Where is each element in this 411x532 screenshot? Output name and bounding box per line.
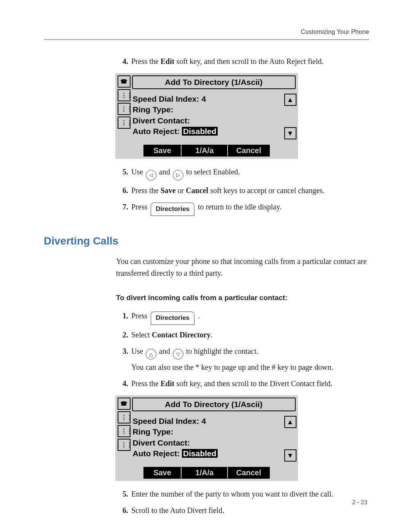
scroll-down-icon: ▼ (284, 127, 296, 139)
text: and (159, 168, 172, 176)
step-body: Press the Edit soft key, and then scroll… (131, 55, 369, 68)
step-body: Press the Edit soft key, and then scroll… (131, 377, 369, 390)
softkey-name: Cancel (186, 186, 208, 195)
lcd-fields: Speed Dial Index: 4 Ring Type: Divert Co… (132, 94, 283, 139)
keypad-icon: ⋮⋮⋮ (118, 117, 131, 129)
text: or (176, 186, 186, 195)
softkey-cancel: Cancel (228, 467, 270, 479)
softkey-name: Save (161, 186, 176, 195)
softkey-name: Edit (161, 57, 175, 66)
field-label: Ring Type: (133, 104, 283, 115)
field-label: Ring Type: (133, 427, 283, 437)
step-body: Press Directories to return to the idle … (131, 201, 369, 216)
steps-list-a-cont: 5. Use ◁ and ▷ to select Enabled. 6. Pre… (116, 166, 369, 216)
section-heading: Diverting Calls (44, 235, 369, 247)
section-intro: You can customize your phone so that inc… (116, 256, 369, 279)
steps-list-b: 1. Press Directories . 2. Select Contact… (116, 310, 369, 390)
keypad-icon: ⋮⋮⋮ (118, 439, 131, 451)
text: Press the (131, 379, 161, 388)
text: to select Enabled. (186, 168, 240, 176)
text: Use (131, 347, 145, 355)
lcd-fields: Speed Dial Index: 4 Ring Type: Divert Co… (132, 416, 283, 462)
field-value-highlighted: Disabled (182, 449, 218, 458)
directories-hardkey: Directories (151, 203, 194, 216)
field-value: 4 (201, 417, 206, 425)
running-header: Customizing Your Phone (44, 29, 369, 35)
scroll-down-icon: ▼ (284, 449, 296, 462)
field-label: Auto Reject: (133, 449, 180, 458)
page-number: 2 - 23 (352, 498, 367, 506)
step-body: Press the Save or Cancel soft keys to ac… (131, 184, 369, 197)
step-number: 4. (116, 377, 131, 390)
lcd-softkeys: Save 1/A/a Cancel (118, 145, 296, 157)
scroll-up-icon: ▲ (284, 94, 296, 106)
text: Press the (131, 57, 161, 66)
step-number: 5. (116, 488, 131, 500)
handset-icon: ☎ (118, 398, 131, 410)
nav-down-icon: ▽ (173, 349, 183, 359)
text: and (159, 347, 172, 355)
nav-right-icon: ▷ (173, 170, 183, 181)
step-number: 3. (116, 345, 131, 358)
lcd-status-icons: ☎ ⋮⋮⋮ ⋮⋮⋮ ⋮⋮⋮ (118, 398, 132, 462)
handset-icon: ☎ (118, 75, 131, 88)
softkey-save: Save (143, 467, 182, 479)
text: Select (131, 331, 152, 339)
text: . (198, 312, 200, 320)
text: Use (131, 168, 145, 176)
step-number: 6. (116, 184, 131, 197)
lcd-title: Add To Directory (1/Ascii) (132, 75, 296, 89)
phone-screen: ☎ ⋮⋮⋮ ⋮⋮⋮ ⋮⋮⋮ Add To Directory (1/Ascii)… (115, 73, 298, 159)
softkey-mode: 1/A/a (182, 145, 228, 157)
lcd-softkeys: Save 1/A/a Cancel (118, 467, 296, 479)
field-label: Auto Reject: (133, 127, 180, 136)
softkey-name: Edit (161, 379, 175, 388)
step-body: Enter the number of the party to whom yo… (131, 488, 369, 500)
keypad-icon: ⋮⋮⋮ (118, 425, 131, 437)
nav-up-icon: △ (146, 349, 156, 359)
field-label: Speed Dial Index: (133, 94, 199, 103)
text: soft keys to accept or cancel changes. (208, 186, 324, 195)
step-body: Select Contact Directory. (131, 329, 369, 341)
scroll-up-icon: ▲ (284, 416, 296, 428)
step-number: 6. (116, 504, 131, 517)
text: soft key, and then scroll to the Auto Re… (174, 57, 323, 66)
step-body: Scroll to the Auto Divert field. (131, 504, 369, 517)
steps-list-a: 4. Press the Edit soft key, and then scr… (116, 55, 369, 68)
field-label: Divert Contact: (133, 438, 283, 448)
menu-item-name: Contact Directory (152, 331, 211, 339)
step-number: 4. (116, 55, 131, 68)
directories-hardkey: Directories (151, 312, 194, 325)
step-body: Press Directories . (131, 310, 369, 325)
text: Press (131, 312, 149, 320)
keypad-icon: ⋮⋮⋮ (118, 103, 131, 115)
step-number: 5. (116, 166, 131, 178)
step-body: Use ◁ and ▷ to select Enabled. (131, 166, 369, 181)
text: Press (131, 203, 149, 211)
procedure-heading: To divert incoming calls from a particul… (116, 294, 369, 302)
softkey-cancel: Cancel (228, 145, 270, 157)
field-value-highlighted: Disabled (182, 127, 218, 136)
text: to return to the idle display. (198, 203, 282, 211)
step-body: Use △ and ▽ to highlight the contact. Yo… (131, 345, 369, 374)
steps-list-b-cont: 5. Enter the number of the party to whom… (116, 488, 369, 517)
softkey-mode: 1/A/a (182, 467, 228, 479)
step-number: 2. (116, 329, 131, 341)
text: Press the (131, 186, 161, 195)
step-number: 1. (116, 310, 131, 322)
keypad-icon: ⋮⋮⋮ (118, 411, 131, 423)
text: to highlight the contact. (186, 347, 258, 355)
text: . (210, 331, 212, 339)
lcd-status-icons: ☎ ⋮⋮⋮ ⋮⋮⋮ ⋮⋮⋮ (118, 75, 132, 139)
field-value: 4 (201, 94, 206, 103)
keypad-icon: ⋮⋮⋮ (118, 89, 131, 101)
softkey-save: Save (143, 145, 182, 157)
step-number: 7. (116, 201, 131, 213)
field-label: Speed Dial Index: (133, 417, 199, 425)
text: soft key, and then scroll to the Divert … (174, 379, 332, 388)
phone-screen: ☎ ⋮⋮⋮ ⋮⋮⋮ ⋮⋮⋮ Add To Directory (1/Ascii)… (115, 395, 298, 481)
step-note: You can also use the * key to page up an… (131, 361, 369, 374)
lcd-title: Add To Directory (1/Ascii) (132, 398, 296, 411)
header-rule (44, 39, 369, 40)
nav-left-icon: ◁ (146, 170, 156, 181)
